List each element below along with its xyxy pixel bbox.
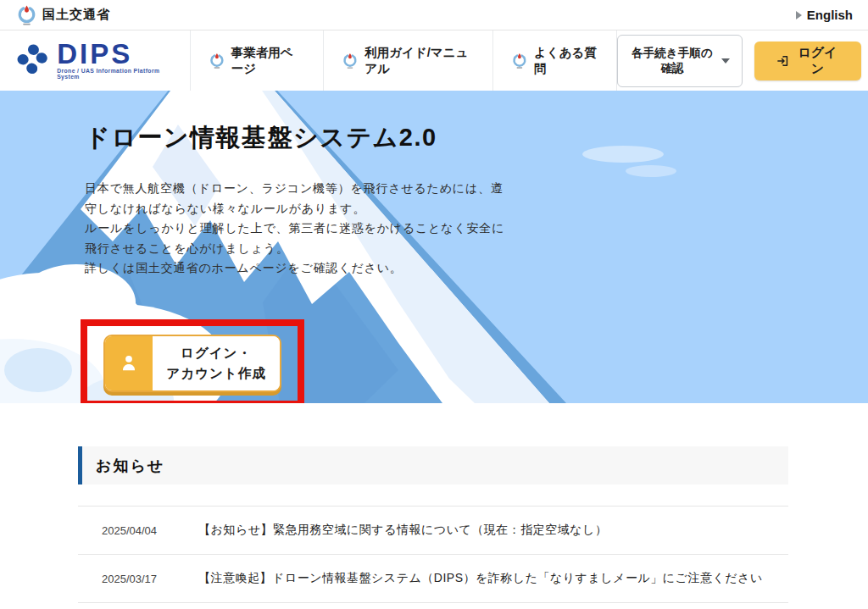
login-button[interactable]: ログイン (754, 42, 861, 80)
english-link[interactable]: English (796, 8, 853, 22)
hero-description: 日本で無人航空機（ドローン、ラジコン機等）を飛行させるためには、遵守しなければな… (85, 179, 868, 279)
news-item[interactable]: 2025/04/04 【お知らせ】緊急用務空域に関する情報について（現在：指定空… (78, 506, 788, 554)
government-topbar: 国土交通省 English (0, 0, 868, 30)
mlit-circle-icon (209, 51, 225, 70)
news-list: 2025/04/04 【お知らせ】緊急用務空域に関する情報について（現在：指定空… (78, 506, 788, 603)
dips-logo[interactable]: DIPS Drone / UAS Information Platform Sy… (0, 30, 190, 91)
person-icon (118, 352, 140, 374)
triangle-right-icon (796, 11, 802, 19)
mlit-logo-icon (17, 4, 36, 25)
news-item[interactable]: 2025/03/17 【注意喚起】ドローン情報基盤システム（DIPS）を詐称した… (78, 554, 788, 603)
nav-item-user-guide[interactable]: 利用ガイド/マニュアル (323, 30, 492, 91)
mlit-logo[interactable]: 国土交通省 (17, 4, 110, 25)
english-link-label: English (807, 8, 853, 22)
hero-paragraph: ルールをしっかりと理解した上で、第三者に迷惑をかけることなく安全に飛行させること… (85, 219, 513, 258)
hero-title: ドローン情報基盤システム2.0 (85, 121, 868, 155)
nav-item-label: 利用ガイド/マニュアル (364, 45, 474, 77)
nav-item-business-page[interactable]: 事業者用ページ (190, 30, 323, 91)
annotation-red-box: ログイン・ アカウント作成 (81, 319, 304, 403)
dips-logo-icon (17, 42, 48, 80)
login-account-labels: ログイン・ アカウント作成 (153, 336, 280, 390)
mlit-circle-icon (512, 51, 527, 70)
news-item-date: 2025/04/04 (102, 524, 175, 537)
door-login-icon (776, 53, 789, 69)
procedures-dropdown-button[interactable]: 各手続き手順の確認 (617, 35, 743, 87)
news-item-title: 【注意喚起】ドローン情報基盤システム（DIPS）を詐称した「なりすましメール」に… (198, 571, 763, 586)
hero-paragraph: 日本で無人航空機（ドローン、ラジコン機等）を飛行させるためには、遵守しなければな… (85, 179, 513, 219)
hero-paragraph: 詳しくは国土交通省のホームページをご確認ください。 (85, 258, 513, 279)
news-heading-title: お知らせ (96, 456, 164, 476)
nav-items: 事業者用ページ 利用ガイド/マニュアル よくある質問 (190, 30, 617, 91)
chevron-down-icon (721, 58, 730, 64)
news-heading-bar: お知らせ (78, 446, 788, 484)
news-item-title: 【お知らせ】緊急用務空域に関する情報について（現在：指定空域なし） (198, 523, 607, 538)
news-section: お知らせ 2025/04/04 【お知らせ】緊急用務空域に関する情報について（現… (0, 403, 868, 603)
nav-item-faq[interactable]: よくある質問 (492, 30, 617, 91)
nav-item-label: 事業者用ページ (231, 45, 305, 77)
mlit-circle-icon (342, 51, 358, 70)
login-account-line2: アカウント作成 (166, 365, 265, 383)
person-icon-block (105, 336, 153, 390)
dips-logo-title: DIPS (57, 42, 170, 67)
main-navbar: DIPS Drone / UAS Information Platform Sy… (0, 30, 868, 91)
hero-content: ドローン情報基盤システム2.0 日本で無人航空機（ドローン、ラジコン機等）を飛行… (0, 91, 868, 279)
login-account-line1: ログイン・ (181, 345, 252, 363)
hero-section: ドローン情報基盤システム2.0 日本で無人航空機（ドローン、ラジコン機等）を飛行… (0, 91, 868, 403)
login-account-create-button[interactable]: ログイン・ アカウント作成 (103, 335, 281, 392)
nav-actions: 各手続き手順の確認 ログイン (617, 30, 868, 91)
procedures-dropdown-label: 各手続き手順の確認 (630, 46, 715, 76)
news-item-date: 2025/03/17 (102, 573, 175, 585)
login-button-label: ログイン (796, 45, 839, 77)
nav-item-label: よくある質問 (534, 45, 598, 77)
dips-logo-subtitle: Drone / UAS Information Platform System (57, 68, 170, 80)
ministry-name: 国土交通省 (42, 7, 110, 23)
